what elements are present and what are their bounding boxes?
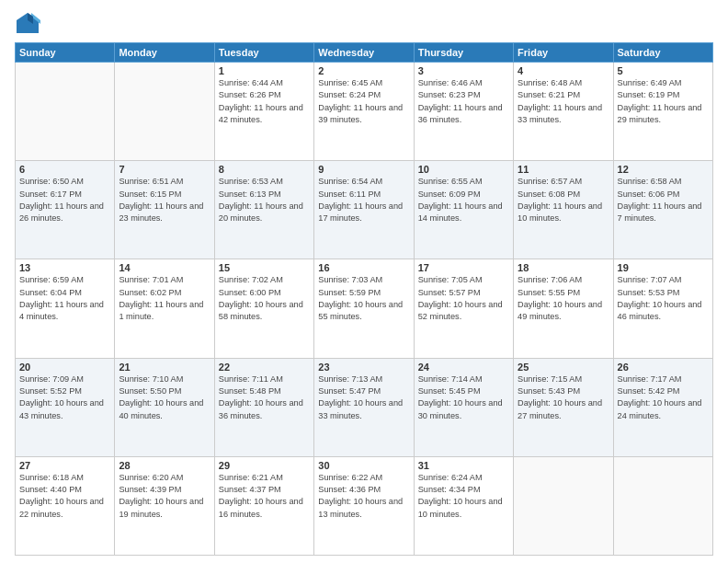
day-number: 30 (318, 460, 409, 471)
calendar-day-cell: 24Sunrise: 7:14 AM Sunset: 5:45 PM Dayli… (414, 358, 513, 456)
calendar-day-cell: 12Sunrise: 6:58 AM Sunset: 6:06 PM Dayli… (613, 161, 712, 259)
day-info: Sunrise: 6:44 AM Sunset: 6:26 PM Dayligh… (219, 77, 310, 126)
day-info: Sunrise: 6:24 AM Sunset: 4:34 PM Dayligh… (418, 472, 509, 521)
calendar-day-cell: 3Sunrise: 6:46 AM Sunset: 6:23 PM Daylig… (414, 63, 513, 161)
day-info: Sunrise: 7:07 AM Sunset: 5:53 PM Dayligh… (618, 274, 709, 323)
day-number: 12 (618, 164, 709, 175)
day-info: Sunrise: 6:45 AM Sunset: 6:24 PM Dayligh… (318, 77, 409, 126)
weekday-header: Sunday (16, 43, 115, 63)
day-number: 29 (219, 460, 310, 471)
weekday-header: Wednesday (314, 43, 414, 63)
calendar-day-cell: 29Sunrise: 6:21 AM Sunset: 4:37 PM Dayli… (214, 456, 313, 555)
logo-icon (15, 11, 40, 37)
calendar-day-cell: 31Sunrise: 6:24 AM Sunset: 4:34 PM Dayli… (414, 456, 513, 555)
day-info: Sunrise: 7:14 AM Sunset: 5:45 PM Dayligh… (418, 373, 509, 422)
calendar-day-cell: 23Sunrise: 7:13 AM Sunset: 5:47 PM Dayli… (314, 358, 414, 456)
calendar-day-cell: 19Sunrise: 7:07 AM Sunset: 5:53 PM Dayli… (613, 259, 712, 358)
day-number: 7 (119, 164, 210, 175)
calendar-week-row: 20Sunrise: 7:09 AM Sunset: 5:52 PM Dayli… (16, 358, 713, 456)
day-info: Sunrise: 7:13 AM Sunset: 5:47 PM Dayligh… (318, 373, 409, 422)
day-number: 13 (19, 262, 110, 273)
day-number: 31 (418, 460, 509, 471)
calendar-day-cell: 10Sunrise: 6:55 AM Sunset: 6:09 PM Dayli… (414, 161, 513, 259)
weekday-header-row: SundayMondayTuesdayWednesdayThursdayFrid… (16, 43, 713, 63)
page: SundayMondayTuesdayWednesdayThursdayFrid… (0, 0, 728, 563)
calendar-day-cell (115, 63, 214, 161)
day-info: Sunrise: 6:22 AM Sunset: 4:36 PM Dayligh… (318, 472, 409, 521)
day-number: 14 (119, 262, 210, 273)
day-info: Sunrise: 7:06 AM Sunset: 5:55 PM Dayligh… (518, 274, 609, 323)
day-info: Sunrise: 7:11 AM Sunset: 5:48 PM Dayligh… (219, 373, 310, 422)
calendar-day-cell: 8Sunrise: 6:53 AM Sunset: 6:13 PM Daylig… (214, 161, 313, 259)
calendar-day-cell: 25Sunrise: 7:15 AM Sunset: 5:43 PM Dayli… (514, 358, 613, 456)
day-number: 24 (418, 362, 509, 373)
calendar-week-row: 27Sunrise: 6:18 AM Sunset: 4:40 PM Dayli… (16, 456, 713, 555)
day-number: 15 (219, 262, 310, 273)
calendar-day-cell: 27Sunrise: 6:18 AM Sunset: 4:40 PM Dayli… (16, 456, 115, 555)
day-number: 27 (19, 460, 110, 471)
calendar-week-row: 6Sunrise: 6:50 AM Sunset: 6:17 PM Daylig… (16, 161, 713, 259)
day-info: Sunrise: 7:02 AM Sunset: 6:00 PM Dayligh… (219, 274, 310, 323)
day-number: 23 (318, 362, 409, 373)
day-number: 4 (518, 65, 609, 76)
day-info: Sunrise: 6:54 AM Sunset: 6:11 PM Dayligh… (318, 176, 409, 224)
day-number: 9 (318, 164, 409, 175)
calendar-day-cell: 1Sunrise: 6:44 AM Sunset: 6:26 PM Daylig… (214, 63, 313, 161)
day-info: Sunrise: 7:15 AM Sunset: 5:43 PM Dayligh… (518, 373, 609, 422)
day-number: 28 (119, 460, 210, 471)
day-info: Sunrise: 6:53 AM Sunset: 6:13 PM Dayligh… (219, 176, 310, 224)
day-info: Sunrise: 7:01 AM Sunset: 6:02 PM Dayligh… (119, 274, 210, 323)
day-number: 17 (418, 262, 509, 273)
calendar-day-cell (16, 63, 115, 161)
calendar-week-row: 1Sunrise: 6:44 AM Sunset: 6:26 PM Daylig… (16, 63, 713, 161)
calendar-day-cell: 15Sunrise: 7:02 AM Sunset: 6:00 PM Dayli… (214, 259, 313, 358)
day-info: Sunrise: 6:58 AM Sunset: 6:06 PM Dayligh… (618, 176, 709, 224)
day-number: 3 (418, 65, 509, 76)
calendar-day-cell: 21Sunrise: 7:10 AM Sunset: 5:50 PM Dayli… (115, 358, 214, 456)
calendar-week-row: 13Sunrise: 6:59 AM Sunset: 6:04 PM Dayli… (16, 259, 713, 358)
calendar-day-cell (613, 456, 712, 555)
calendar-day-cell: 7Sunrise: 6:51 AM Sunset: 6:15 PM Daylig… (115, 161, 214, 259)
calendar: SundayMondayTuesdayWednesdayThursdayFrid… (15, 42, 713, 556)
weekday-header: Thursday (414, 43, 513, 63)
day-info: Sunrise: 6:48 AM Sunset: 6:21 PM Dayligh… (518, 77, 609, 126)
day-info: Sunrise: 6:59 AM Sunset: 6:04 PM Dayligh… (19, 274, 110, 323)
day-info: Sunrise: 6:46 AM Sunset: 6:23 PM Dayligh… (418, 77, 509, 126)
calendar-day-cell: 4Sunrise: 6:48 AM Sunset: 6:21 PM Daylig… (514, 63, 613, 161)
day-number: 26 (618, 362, 709, 373)
day-info: Sunrise: 6:49 AM Sunset: 6:19 PM Dayligh… (618, 77, 709, 126)
calendar-day-cell: 11Sunrise: 6:57 AM Sunset: 6:08 PM Dayli… (514, 161, 613, 259)
day-number: 11 (518, 164, 609, 175)
weekday-header: Monday (115, 43, 214, 63)
weekday-header: Saturday (613, 43, 712, 63)
day-number: 22 (219, 362, 310, 373)
day-number: 20 (19, 362, 110, 373)
day-info: Sunrise: 7:17 AM Sunset: 5:42 PM Dayligh… (618, 373, 709, 422)
header (15, 11, 713, 37)
day-info: Sunrise: 6:21 AM Sunset: 4:37 PM Dayligh… (219, 472, 310, 521)
day-info: Sunrise: 6:20 AM Sunset: 4:39 PM Dayligh… (119, 472, 210, 521)
day-number: 16 (318, 262, 409, 273)
weekday-header: Friday (514, 43, 613, 63)
day-info: Sunrise: 6:51 AM Sunset: 6:15 PM Dayligh… (119, 176, 210, 224)
calendar-day-cell: 26Sunrise: 7:17 AM Sunset: 5:42 PM Dayli… (613, 358, 712, 456)
day-number: 5 (618, 65, 709, 76)
day-number: 6 (19, 164, 110, 175)
day-info: Sunrise: 6:18 AM Sunset: 4:40 PM Dayligh… (19, 472, 110, 521)
calendar-day-cell: 28Sunrise: 6:20 AM Sunset: 4:39 PM Dayli… (115, 456, 214, 555)
day-info: Sunrise: 7:10 AM Sunset: 5:50 PM Dayligh… (119, 373, 210, 422)
day-number: 2 (318, 65, 409, 76)
day-number: 1 (219, 65, 310, 76)
day-number: 19 (618, 262, 709, 273)
day-info: Sunrise: 6:50 AM Sunset: 6:17 PM Dayligh… (19, 176, 110, 224)
weekday-header: Tuesday (214, 43, 313, 63)
day-number: 8 (219, 164, 310, 175)
calendar-day-cell: 30Sunrise: 6:22 AM Sunset: 4:36 PM Dayli… (314, 456, 414, 555)
day-info: Sunrise: 6:55 AM Sunset: 6:09 PM Dayligh… (418, 176, 509, 224)
day-number: 18 (518, 262, 609, 273)
day-info: Sunrise: 7:05 AM Sunset: 5:57 PM Dayligh… (418, 274, 509, 323)
calendar-day-cell: 22Sunrise: 7:11 AM Sunset: 5:48 PM Dayli… (214, 358, 313, 456)
day-number: 21 (119, 362, 210, 373)
logo (15, 11, 44, 37)
day-info: Sunrise: 7:09 AM Sunset: 5:52 PM Dayligh… (19, 373, 110, 422)
